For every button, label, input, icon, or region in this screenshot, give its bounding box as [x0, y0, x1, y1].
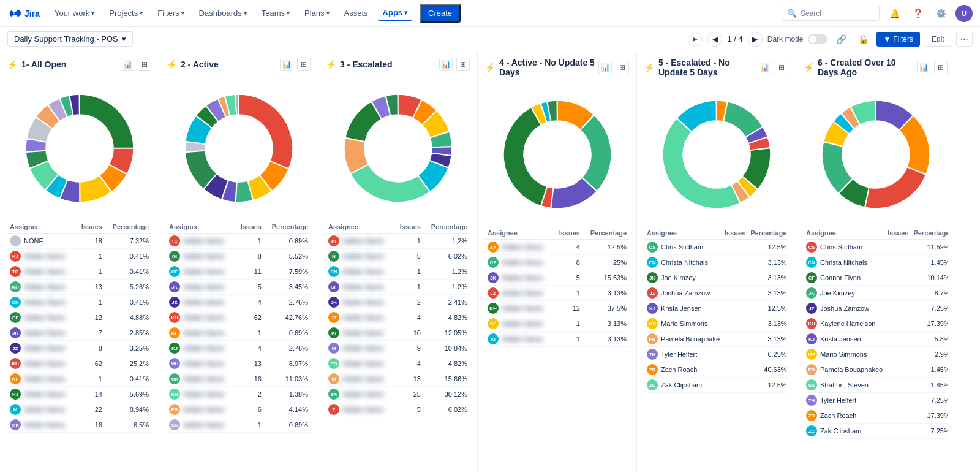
assignee-cell: ZC Zak Clipsham: [804, 424, 885, 439]
assignee-avatar: M: [328, 373, 339, 384]
assignee-avatar: KH: [169, 312, 180, 323]
chart-5: [644, 87, 788, 222]
panel-1-header: ⚡ 1- All Open 📊 ⊞: [7, 58, 151, 71]
assignee-cell: MK Hidden Name: [7, 417, 75, 433]
nav-filters[interactable]: Filters ▾: [153, 6, 189, 20]
assignee-cell: IN Hidden Name: [167, 249, 235, 264]
dashboard-selector[interactable]: Daily Support Tracking - POS ▾: [7, 31, 133, 47]
table-view-button[interactable]: ⊞: [297, 58, 311, 71]
share-icon[interactable]: 🔗: [832, 31, 850, 48]
panel-2: ⚡ 2 - Active 📊 ⊞ Assignee Issues Percent…: [159, 51, 318, 472]
issues-count: 1: [394, 264, 423, 280]
dark-mode-toggle[interactable]: [808, 34, 827, 44]
assignee-cell: JK Hidden Name: [7, 325, 75, 341]
assignee-cell: Z Hidden Name: [326, 402, 394, 417]
issues-count: [885, 362, 911, 378]
notifications-icon[interactable]: 🔔: [886, 5, 903, 22]
create-button[interactable]: Create: [420, 4, 461, 23]
nav-plans[interactable]: Plans ▾: [300, 6, 334, 20]
assignee-cell: M Hidden Name: [326, 371, 394, 387]
assignee-avatar: CN: [806, 257, 817, 268]
assignee-avatar: ZR: [647, 364, 658, 375]
table-row: ZR Hidden Name 25 30.12%: [326, 387, 470, 402]
assignee-avatar: JZ: [169, 297, 180, 308]
chart-view-button[interactable]: 📊: [917, 61, 930, 74]
assignee-avatar: CN: [10, 297, 21, 308]
filters-button[interactable]: ▼ Filters: [876, 32, 920, 47]
percentage-value: 2.76%: [264, 295, 311, 310]
col-percentage: Percentage: [105, 221, 151, 234]
assignee-cell: KH Hidden Name: [167, 387, 235, 402]
percentage-value: 40.63%: [748, 362, 788, 378]
assignee-cell: MK Hidden Name: [167, 371, 235, 387]
panel-icon: ⚡: [485, 63, 496, 72]
nav-teams[interactable]: Teams ▾: [257, 6, 295, 20]
assignee-avatar: JZ: [328, 312, 339, 323]
play-button[interactable]: ▶: [688, 32, 703, 47]
assignee-cell: SS Hidden Name: [485, 316, 553, 332]
percentage-value: 3.13%: [748, 255, 788, 270]
assignee-avatar: CF: [328, 281, 339, 292]
col-percentage: Percentage: [911, 227, 948, 240]
percentage-value: 0.69%: [264, 234, 311, 249]
table-row: CN Christa Nitchals 3.13%: [644, 255, 788, 270]
user-avatar[interactable]: U: [956, 5, 973, 22]
search-bar[interactable]: 🔍 Search: [782, 6, 880, 21]
issues-count: 11: [235, 264, 264, 280]
chart-view-button[interactable]: 📊: [439, 58, 453, 71]
table-row: CN Christa Nitchals 1.45%: [804, 255, 948, 270]
nav-apps[interactable]: Apps ▾: [378, 6, 413, 21]
percentage-value: 3.13%: [582, 316, 629, 332]
percentage-value: 10.84%: [423, 341, 470, 356]
top-nav: Jira Your work ▾ Projects ▾ Filters ▾ Da…: [0, 0, 980, 27]
nav-your-work[interactable]: Your work ▾: [50, 6, 99, 20]
assignee-cell: MS Mario Simmons: [804, 347, 885, 362]
nav-dashboards[interactable]: Dashboards ▾: [194, 6, 252, 20]
chart-view-button[interactable]: 📊: [598, 61, 612, 74]
issues-count: 9: [394, 341, 423, 356]
jira-logo[interactable]: Jira: [7, 6, 40, 21]
more-options-button[interactable]: ···: [956, 32, 973, 47]
next-page-button[interactable]: ▶: [748, 32, 763, 47]
table-view-button[interactable]: ⊞: [456, 58, 470, 71]
edit-button[interactable]: Edit: [925, 32, 951, 47]
assignee-cell: JZ Joshua Zamzow: [644, 286, 722, 301]
panel-title: 5 - Escalated - No Update 5 Days: [658, 58, 754, 77]
lock-icon[interactable]: 🔒: [854, 31, 872, 48]
chart-view-button[interactable]: 📊: [121, 58, 134, 71]
percentage-value: 7.59%: [264, 264, 311, 280]
percentage-value: 3.13%: [748, 270, 788, 286]
table-row: M Hidden Name 13 15.66%: [326, 371, 470, 387]
prev-page-button[interactable]: ◀: [707, 32, 722, 47]
table-row: KH Hidden Name 62 42.76%: [167, 310, 311, 325]
table-row: MH Hidden Name 13 8.97%: [167, 356, 311, 371]
table-row: CF Hidden Name 1 1.2%: [326, 280, 470, 295]
col-assignee: Assignee: [804, 227, 885, 240]
settings-icon[interactable]: ⚙️: [932, 5, 949, 22]
table-row: MK Hidden Name 16 11.03%: [167, 371, 311, 387]
percentage-value: 5.52%: [264, 249, 311, 264]
nav-assets[interactable]: Assets: [339, 6, 373, 20]
table-view-button[interactable]: ⊞: [616, 61, 629, 74]
issues-count: 1: [553, 286, 582, 301]
panel-4-header: ⚡ 4 - Active - No Update 5 Days 📊 ⊞: [485, 58, 629, 77]
issues-count: 13: [75, 280, 105, 295]
table-view-button[interactable]: ⊞: [138, 58, 151, 71]
panel-4: ⚡ 4 - Active - No Update 5 Days 📊 ⊞ Assi…: [478, 51, 637, 472]
table-row: KJ Krista Jensen 12.5%: [644, 301, 788, 316]
assignee-avatar: PB: [328, 358, 339, 369]
panel-icon: ⚡: [644, 63, 655, 72]
assignee-avatar: CF: [806, 272, 817, 283]
table-row: KJ Hidden Name 1 0.41%: [7, 249, 151, 264]
assignee-cell: KI Hidden Name: [326, 325, 394, 341]
assignee-avatar: JZ: [488, 287, 499, 299]
chart-view-button[interactable]: 📊: [280, 58, 293, 71]
chart-view-button[interactable]: 📊: [758, 61, 771, 74]
table-view-button[interactable]: ⊞: [934, 61, 948, 74]
table-view-button[interactable]: ⊞: [775, 61, 788, 74]
nav-projects[interactable]: Projects ▾: [104, 6, 148, 20]
issues-count: 5: [394, 402, 423, 417]
percentage-value: 6.25%: [748, 347, 788, 362]
help-icon[interactable]: ❓: [909, 5, 926, 22]
table-row: MK Hidden Name 16 6.5%: [7, 417, 151, 433]
